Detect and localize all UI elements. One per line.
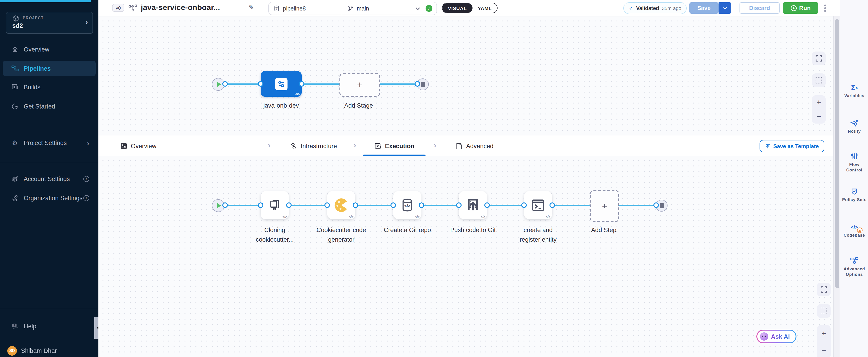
tab-advanced[interactable]: Advanced	[456, 136, 493, 156]
right-panel: Σx Variables Notify Flow Control Policy …	[840, 0, 868, 357]
marquee-icon	[820, 308, 827, 314]
sidebar-item-organization-settings[interactable]: Organization Settings i	[3, 190, 96, 206]
panel-item-advanced-options[interactable]: Advanced Options	[840, 257, 868, 277]
fit-selection-button[interactable]	[812, 73, 826, 87]
connector-port[interactable]	[419, 203, 424, 208]
ask-ai-label: Ask AI	[771, 333, 790, 340]
project-cube-icon	[12, 15, 19, 22]
connector-port[interactable]	[299, 81, 304, 87]
panel-item-notify[interactable]: Notify	[840, 119, 868, 134]
tab-infrastructure[interactable]: Infrastructure	[290, 136, 337, 156]
gear-icon: ⚙	[11, 139, 19, 146]
stop-square-icon	[421, 82, 425, 87]
zoom-in-button[interactable]: +	[816, 98, 821, 106]
step-node-cloning-cookiecutter[interactable]: </>	[260, 191, 289, 219]
run-button[interactable]: Run	[783, 2, 818, 14]
validated-label: Validated	[636, 5, 659, 11]
visual-yaml-toggle: VISUAL YAML	[442, 3, 498, 13]
avatar: SD	[7, 346, 17, 355]
step-node-create-git-repo[interactable]: </> </>	[393, 191, 422, 219]
codebase-warning-icon	[857, 228, 863, 233]
sidebar-item-account-settings[interactable]: Account Settings i	[3, 171, 96, 186]
validated-status-badge[interactable]: ✓ Validated 35m ago	[623, 2, 687, 14]
stage-node-java-onb-dev[interactable]: </>	[260, 71, 302, 97]
connector-port[interactable]	[258, 81, 264, 87]
add-stage-label: Add Stage	[329, 101, 388, 110]
yaml-code-badge: </>	[349, 215, 353, 218]
info-icon: i	[83, 176, 89, 182]
save-button[interactable]: Save	[689, 2, 718, 14]
connector-port[interactable]	[222, 203, 228, 208]
scrollbar-thumb[interactable]	[835, 19, 839, 288]
connector-port[interactable]	[521, 203, 527, 208]
save-as-template-button[interactable]: Save as Template	[760, 140, 824, 152]
connector-port[interactable]	[415, 81, 420, 87]
fit-selection-button[interactable]	[817, 304, 831, 318]
sidebar-item-help[interactable]: ? Help	[3, 318, 96, 334]
tab-execution[interactable]: Execution	[375, 136, 414, 156]
step-node-push-code-to-git[interactable]: </>	[459, 191, 487, 219]
connector-port[interactable]	[286, 203, 291, 208]
git-branch-icon	[348, 5, 353, 12]
save-split-button: Save	[689, 2, 731, 14]
more-options-kebab[interactable]	[822, 3, 828, 14]
connector-port[interactable]	[456, 203, 462, 208]
tab-overview[interactable]: Overview	[120, 136, 156, 156]
connector-port[interactable]	[391, 203, 396, 208]
edit-pencil-icon[interactable]: ✎	[249, 4, 254, 11]
fullscreen-icon	[815, 55, 822, 62]
zoom-controls: + −	[812, 95, 826, 124]
step-node-cookiecutter-generator[interactable]: </>	[327, 191, 355, 219]
flow-control-sliders-icon	[851, 152, 858, 160]
fullscreen-button[interactable]	[817, 283, 831, 296]
connector-port[interactable]	[353, 203, 358, 208]
discard-button[interactable]: Discard	[740, 2, 780, 14]
connector-port[interactable]	[550, 203, 555, 208]
execution-canvas[interactable]: </> </> </> </> </> </> +	[98, 156, 833, 357]
sidebar-item-label: Builds	[24, 84, 40, 90]
pipeline-select[interactable]: </> pipeline8	[269, 2, 342, 14]
connector-port[interactable]	[484, 203, 490, 208]
sidebar-item-builds[interactable]: Builds	[3, 79, 96, 95]
zoom-out-button[interactable]: −	[822, 347, 826, 354]
sidebar-item-pipelines[interactable]: Pipelines	[3, 61, 96, 76]
get-started-icon	[11, 103, 19, 110]
branch-select[interactable]: main ✓	[342, 2, 436, 14]
account-settings-icon	[11, 175, 19, 182]
validated-time: 35m ago	[662, 5, 681, 11]
user-name: Shibam Dhar	[21, 347, 57, 354]
policy-shield-check-icon	[851, 187, 858, 196]
version-badge: v0	[112, 4, 124, 12]
fullscreen-button[interactable]	[812, 52, 826, 65]
user-menu[interactable]: SD Shibam Dhar	[3, 343, 96, 357]
connector-port[interactable]	[258, 203, 264, 208]
step-node-create-register-entity[interactable]: </>	[524, 191, 552, 219]
cookiecutter-icon	[334, 198, 349, 213]
step-name-label: create and register entity	[513, 225, 563, 244]
toggle-yaml[interactable]: YAML	[472, 3, 497, 13]
add-stage-node[interactable]: +	[339, 73, 380, 97]
connector-port[interactable]	[324, 203, 330, 208]
panel-item-policy-sets[interactable]: Policy Sets	[840, 187, 868, 203]
repo-cylinder-icon: </>	[273, 5, 280, 12]
panel-item-codebase[interactable]: </> Codebase	[840, 223, 868, 238]
connector-port[interactable]	[222, 81, 228, 87]
zoom-in-button[interactable]: +	[822, 330, 826, 337]
add-step-node[interactable]: +	[590, 190, 619, 222]
info-icon: i	[83, 195, 89, 201]
sidebar-item-overview[interactable]: Overview	[3, 41, 96, 57]
stage-canvas[interactable]: </> + java-onb-dev Add Stage + −	[98, 17, 833, 135]
sidebar-item-project-settings[interactable]: ⚙ Project Settings ›	[3, 135, 96, 150]
tab-separator-chevron: ›	[353, 141, 356, 150]
ask-ai-button[interactable]: Ask AI	[756, 330, 796, 343]
project-selector[interactable]: PROJECT sd2 ›	[6, 12, 93, 34]
connector-port[interactable]	[653, 203, 659, 208]
sidebar-item-get-started[interactable]: Get Started	[3, 98, 96, 114]
save-dropdown-button[interactable]	[718, 2, 731, 14]
tab-separator-chevron: ›	[268, 141, 271, 150]
panel-item-flow-control[interactable]: Flow Control	[840, 152, 868, 173]
toggle-visual[interactable]: VISUAL	[442, 3, 472, 13]
zoom-out-button[interactable]: −	[816, 113, 821, 120]
canvas-scrollbar[interactable]	[833, 17, 840, 357]
panel-item-variables[interactable]: Σx Variables	[840, 84, 868, 98]
